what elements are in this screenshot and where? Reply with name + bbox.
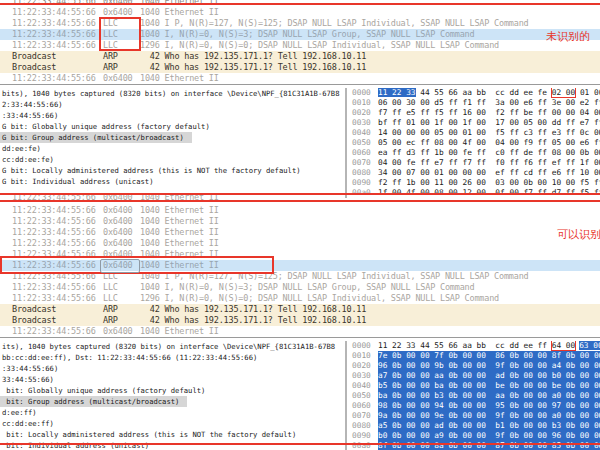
detail-line[interactable]: d:ee:ff) (0, 407, 345, 418)
top-hex-dump: 0000 11 22 33 44 55 66 aa bb cc dd ee fe… (347, 88, 600, 198)
packet-row[interactable]: 11:22:33:44:55:66 0x6400 1040 Ethernet I… (0, 205, 600, 216)
detail-line[interactable]: 33:44:55:66) (0, 374, 345, 385)
bottom-lower-panes: its), 1040 bytes captured (8320 bits) on… (0, 341, 600, 450)
hex-row[interactable]: 0070 04 00 fe ff e7 ff f7 ff f0 ff f6 ff… (347, 158, 600, 168)
detail-line[interactable]: bit: Globally unique address (factory de… (0, 385, 345, 396)
packet-protocol: ARP (103, 304, 140, 315)
packet-row[interactable]: Broadcast ARP 42 Who has 192.135.171.1? … (0, 62, 600, 73)
detail-line[interactable]: cc:dd:ee:ff) (0, 418, 345, 429)
packet-source: 11:22:33:44:55:66 (0, 238, 103, 249)
packet-info: 1296 I, N(R)=0, N(S)=0; DSAP NULL LSAP I… (140, 293, 600, 304)
hex-offset: 0020 (347, 361, 378, 371)
packet-info: 1040 Ethernet II (140, 227, 600, 238)
hex-row[interactable]: 0050 ba 0b 00 00 b3 0b 00 00 aa 0b 00 00… (347, 391, 600, 401)
packet-source: 11:22:33:44:55:66 (0, 205, 103, 216)
hex-row[interactable]: 0090 b0 0b 00 00 a9 0b 00 00 9f 0b 00 00… (347, 431, 600, 441)
hex-row[interactable]: 0040 b5 0b 00 00 ba 0b 00 00 be 0b 00 00… (347, 381, 600, 391)
detail-line[interactable]: bb:cc:dd:ee:ff), Dst: 11:22:33:44:55:66 … (0, 352, 345, 363)
hex-offset: 0000 (347, 341, 378, 351)
packet-row[interactable]: 11:22:33:44:55:66 LLC 1296 I, N(R)=0, N(… (0, 40, 600, 51)
packet-row[interactable]: Broadcast ARP 42 Who has 192.135.171.1? … (0, 315, 600, 326)
detail-line[interactable]: 2:33:44:55:66) (0, 99, 345, 110)
hex-row[interactable]: 0020 96 0b 00 00 9b 0b 00 00 9f 0b 00 00… (347, 361, 600, 371)
detail-line[interactable]: bits), 1040 bytes captured (8320 bits) o… (0, 88, 345, 99)
packet-row[interactable]: 11:22:33:44:55:66 0x6400 1040 Ethernet I… (0, 7, 600, 18)
packet-row[interactable]: 11:22:33:44:55:66 LLC 1040 I P, N(R)=127… (0, 18, 600, 29)
packet-row[interactable]: 11:22:33:44:55:66 LLC 1040 I, N(R)=0, N(… (0, 29, 600, 40)
hex-redboxed-bytes: 02 00 (552, 88, 575, 97)
hex-bytes: a7 0b 00 00 aa 0b 00 00 ad 0b 00 00 b0 0… (378, 371, 600, 381)
annotation-red-line-seam-lower (0, 200, 600, 202)
top-packet-list: 11:22:33:44:55:66 0x6400 1040 Ethernet I… (0, 7, 600, 84)
packet-info: 1040 I, N(R)=0, N(S)=3; DSAP NULL LSAP G… (140, 29, 600, 40)
hex-row[interactable]: 0050 05 00 ec ff 08 00 4f 00 04 00 f9 ff… (347, 138, 600, 148)
detail-line[interactable]: bit: Individual address (unicast) (0, 440, 345, 450)
packet-info: 1040 Ethernet II (140, 238, 600, 249)
hex-row[interactable]: 0080 a5 0b 00 00 ad 0b 00 00 b1 0b 00 00… (347, 421, 600, 431)
hex-bytes: 14 00 00 00 05 00 01 00 f5 ff c3 ff e3 f… (378, 128, 600, 138)
hex-row[interactable]: 0060 98 0b 00 00 94 0b 00 00 95 0b 00 00… (347, 401, 600, 411)
packet-info: 1040 Ethernet II (140, 326, 600, 337)
hex-row[interactable]: 0020 f7 ff e5 ff f5 ff 16 00 f2 ff be ff… (347, 108, 600, 118)
packet-info: 1040 I P, N(R)=127, N(S)=125; DSAP NULL … (140, 18, 600, 29)
hex-row[interactable]: 0000 11 22 33 44 55 66 aa bb cc dd ee ff… (347, 341, 600, 351)
hex-offset: 0090 (347, 431, 378, 441)
packet-source: 11:22:33:44:55:66 (0, 227, 103, 238)
detail-line[interactable]: G bit: Individual address (unicast) (0, 176, 345, 187)
packet-source: 11:22:33:44:55:66 (0, 7, 103, 18)
packet-source: 11:22:33:44:55:66 (0, 29, 103, 40)
packet-row[interactable]: 11:22:33:44:55:66 0x6400 1040 Ethernet I… (0, 216, 600, 227)
hex-row[interactable]: 0070 9a 0b 00 00 9e 0b 00 00 9f 0b 00 00… (347, 411, 600, 421)
packet-protocol: 0x6400 (103, 238, 140, 249)
hex-offset: 0040 (347, 381, 378, 391)
hex-plain-bytes: 44 55 66 aa bb cc dd ee fe (416, 88, 552, 97)
hex-row[interactable]: 0080 34 00 07 00 01 00 00 00 ef ff cd ff… (347, 168, 600, 178)
packet-source: 11:22:33:44:55:66 (0, 40, 103, 51)
hex-row[interactable]: 0090 f2 ff 1b 00 11 00 26 00 03 00 0b 00… (347, 178, 600, 188)
detail-line[interactable]: dd:ee:fe) (0, 143, 345, 154)
detail-line[interactable]: G bit: Locally administered address (thi… (0, 165, 345, 176)
hex-row[interactable]: 0060 ea ff d3 ff 1b 00 fe ff c0 ff de ff… (347, 148, 600, 158)
packet-info: 1296 I, N(R)=0, N(S)=0; DSAP NULL LSAP I… (140, 40, 600, 51)
hex-bytes: 34 00 07 00 01 00 00 00 ef ff cd ff e6 f… (378, 168, 600, 178)
hex-row[interactable]: 0030 a7 0b 00 00 aa 0b 00 00 ad 0b 00 00… (347, 371, 600, 381)
packet-row[interactable]: Broadcast ARP 42 Who has 192.135.171.1? … (0, 304, 600, 315)
hex-bytes: ba 0b 00 00 b3 0b 00 00 aa 0b 00 00 a0 0… (378, 391, 600, 401)
packet-row[interactable]: 11:22:33:44:55:66 0x6400 1040 Ethernet I… (0, 238, 600, 249)
hex-row[interactable]: 0030 bf ff 01 00 1f 00 1f 00 17 00 05 00… (347, 118, 600, 128)
detail-line[interactable]: bit: Locally administered address (this … (0, 429, 345, 440)
unrecognized-label: 未识别的 (546, 31, 590, 43)
packet-protocol: ARP (103, 315, 140, 326)
packet-row[interactable]: 11:22:33:44:55:66 0x6400 1040 Ethernet I… (0, 227, 600, 238)
hex-row[interactable]: 0000 11 22 33 44 55 66 aa bb cc dd ee fe… (347, 88, 600, 98)
hex-row[interactable]: 0040 14 00 00 00 05 00 01 00 f5 ff c3 ff… (347, 128, 600, 138)
detail-line[interactable]: its), 1040 bytes captured (8320 bits) on… (0, 341, 345, 352)
packet-info: 1040 Ethernet II (140, 205, 600, 216)
detail-line[interactable]: cc:dd:ee:fe) (0, 154, 345, 165)
annotation-box-llc-protocols (99, 17, 141, 51)
packet-source: Broadcast (0, 315, 103, 326)
hex-bytes: 05 00 ec ff 08 00 4f 00 04 00 f9 ff 05 0… (378, 138, 600, 148)
hex-offset: 0020 (347, 108, 378, 118)
hex-bytes: 11 22 33 44 55 66 aa bb cc dd ee ff 64 0… (378, 341, 600, 351)
packet-info: 1040 I, N(R)=0, N(S)=3; DSAP NULL LSAP G… (140, 282, 600, 293)
packet-row[interactable]: Broadcast ARP 42 Who has 192.135.171.1? … (0, 51, 600, 62)
packet-row[interactable]: 11:22:33:44:55:66 0x6400 1040 Ethernet I… (0, 326, 600, 337)
hex-row[interactable]: 0010 06 00 30 00 d5 ff f1 ff 3a 00 e6 ff… (347, 98, 600, 108)
hex-row[interactable]: 0010 7e 0b 00 00 7f 0b 00 00 86 0b 00 00… (347, 351, 600, 361)
packet-protocol: 0x6400 (103, 73, 140, 84)
packet-row[interactable]: 11:22:33:44:55:66 LLC 1296 I, N(R)=0, N(… (0, 293, 600, 304)
detail-line[interactable]: :33:44:55:66) (0, 110, 345, 121)
detail-line[interactable]: G bit: Globally unique address (factory … (0, 121, 345, 132)
hex-bytes: f7 ff e5 ff f5 ff 16 00 f2 ff be ff 00 0… (378, 108, 600, 118)
hex-selected-bytes: 63 00 (579, 341, 600, 350)
bottom-hex-dump: 0000 11 22 33 44 55 66 aa bb cc dd ee ff… (347, 341, 600, 450)
detail-line[interactable]: bit: Group address (multicast/broadcast) (0, 396, 187, 407)
hex-bytes: 04 00 fe ff e7 ff f7 ff f0 ff f6 ff ef f… (378, 158, 600, 168)
hex-selected-bytes: 11 22 33 (378, 88, 416, 97)
detail-line[interactable]: G bit: Group address (multicast/broadcas… (0, 132, 192, 143)
detail-line[interactable]: :33:44:55:66) (0, 363, 345, 374)
packet-protocol: ARP (103, 62, 140, 73)
packet-row[interactable]: 11:22:33:44:55:66 LLC 1040 I, N(R)=0, N(… (0, 282, 600, 293)
packet-row[interactable]: 11:22:33:44:55:66 0x6400 1040 Ethernet I… (0, 73, 600, 84)
